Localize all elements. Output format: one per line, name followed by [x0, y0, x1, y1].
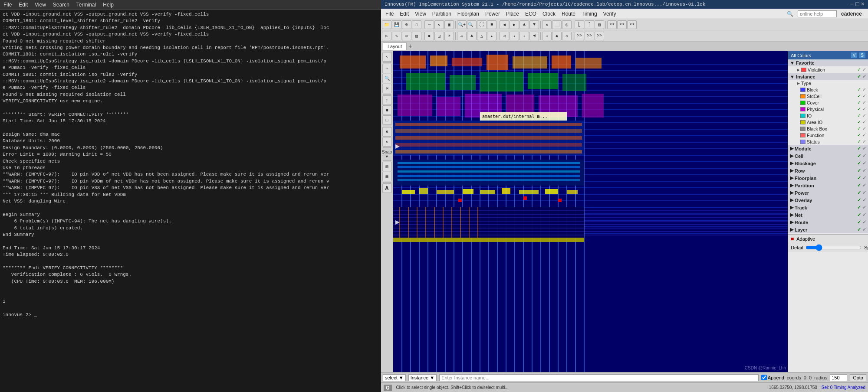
- vt-copy[interactable]: □: [382, 115, 392, 125]
- menu-power[interactable]: Power: [483, 10, 503, 18]
- goto-button[interactable]: Goto: [850, 374, 866, 381]
- section-overlay[interactable]: ▶ Overlay ✓ ✓: [788, 196, 868, 204]
- tb-layer3[interactable]: ☀: [444, 32, 454, 40]
- tb-pan-up[interactable]: ▲: [519, 20, 529, 29]
- append-checkbox[interactable]: [761, 375, 767, 380]
- tb-cell1[interactable]: ▱: [457, 32, 467, 40]
- menu-timing[interactable]: Timing: [579, 10, 600, 18]
- terminal-menu-edit[interactable]: Edit: [15, 2, 31, 8]
- floorplan-v[interactable]: ✓: [857, 175, 861, 181]
- vt-move[interactable]: →: [382, 64, 392, 73]
- vt-create[interactable]: ■: [382, 105, 392, 115]
- tb-select-rect[interactable]: ▣: [444, 20, 454, 29]
- tb-cell3[interactable]: △: [477, 32, 487, 40]
- tb-ruler[interactable]: ⎣: [575, 20, 584, 29]
- stdcell-s[interactable]: ✓: [862, 93, 866, 99]
- section-power[interactable]: ▶ Power ✓ ✓: [788, 189, 868, 196]
- terminal-menu-help[interactable]: Help: [99, 2, 117, 8]
- tb-pointer[interactable]: ↖: [434, 20, 444, 29]
- snap-area[interactable]: Snap ▼: [381, 149, 392, 160]
- area-io-v[interactable]: ✓: [857, 119, 861, 125]
- inst-check-v[interactable]: ✓: [857, 74, 861, 79]
- menu-file[interactable]: File: [383, 10, 396, 18]
- status-s[interactable]: ✓: [862, 139, 866, 144]
- section-cell[interactable]: ▶ Cell ✓ ✓: [788, 152, 868, 160]
- io-v[interactable]: ✓: [857, 113, 861, 118]
- menu-edit[interactable]: Edit: [397, 10, 411, 18]
- vt-rotate[interactable]: ↻: [382, 137, 392, 147]
- tb-more-r[interactable]: >>: [575, 32, 584, 40]
- tb-save[interactable]: 💾: [392, 20, 401, 29]
- function-s[interactable]: ✓: [862, 132, 866, 138]
- q-button[interactable]: Q: [384, 385, 392, 391]
- detail-slider[interactable]: [806, 244, 861, 251]
- tb-zoom-out[interactable]: 🔍-: [467, 20, 477, 29]
- vt-highlight2[interactable]: ▩: [382, 172, 392, 181]
- terminal-menu-terminal[interactable]: Terminal: [73, 2, 99, 8]
- block-s[interactable]: ✓: [862, 87, 866, 92]
- tb-grid[interactable]: ▤: [595, 20, 604, 29]
- select-dropdown[interactable]: select ▼: [383, 374, 406, 381]
- cover-s[interactable]: ✓: [862, 100, 866, 105]
- tb-edit2[interactable]: ✉: [402, 32, 411, 40]
- module-s[interactable]: ✓: [862, 146, 866, 151]
- overlay-v[interactable]: ✓: [857, 197, 861, 203]
- panel-s-btn[interactable]: S: [859, 52, 865, 58]
- search-input[interactable]: [798, 10, 837, 17]
- vt-stretch[interactable]: ↕: [382, 95, 392, 105]
- vt-delete[interactable]: ✖: [382, 127, 392, 137]
- close-icon[interactable]: ×: [861, 1, 865, 8]
- tb-route3[interactable]: ◇: [562, 32, 572, 40]
- tb-net3[interactable]: ◃: [519, 32, 529, 40]
- tab-add-button[interactable]: +: [407, 43, 414, 50]
- tb-redraw[interactable]: ↻: [542, 20, 552, 29]
- section-route[interactable]: ▶ Route ✓ ✓: [788, 219, 868, 226]
- vt-density[interactable]: ▨: [382, 162, 392, 171]
- section-track[interactable]: ▶ Track ✓ ✓: [788, 204, 868, 211]
- menu-eco[interactable]: ECO: [523, 10, 539, 18]
- menu-clock[interactable]: Clock: [540, 10, 558, 18]
- cover-v[interactable]: ✓: [857, 100, 861, 105]
- tb-pan-down[interactable]: ▼: [529, 20, 539, 29]
- power-s[interactable]: ✓: [862, 190, 866, 196]
- inst-check-s[interactable]: ✓: [862, 74, 866, 79]
- status-v[interactable]: ✓: [857, 139, 861, 144]
- layer-v[interactable]: ✓: [857, 227, 861, 232]
- tb-layer2[interactable]: ◿: [434, 32, 444, 40]
- track-s[interactable]: ✓: [862, 205, 866, 210]
- tb-fit[interactable]: ⬜: [552, 20, 562, 29]
- blockage-s[interactable]: ✓: [862, 160, 866, 166]
- cell-v[interactable]: ✓: [857, 153, 861, 159]
- floorplan-s[interactable]: ✓: [862, 175, 866, 181]
- power-v[interactable]: ✓: [857, 190, 861, 196]
- tb-layer1[interactable]: ◾: [424, 32, 434, 40]
- module-v[interactable]: ✓: [857, 146, 861, 151]
- tb-open[interactable]: 📁: [382, 20, 391, 29]
- section-net[interactable]: ▶ Net ✓ ✓: [788, 211, 868, 219]
- net-s[interactable]: ✓: [862, 212, 866, 218]
- menu-floorplan[interactable]: Floorplan: [455, 10, 482, 18]
- tb-more-r3[interactable]: >>: [595, 32, 604, 40]
- route-v[interactable]: ✓: [857, 219, 861, 225]
- tb-zoom-area[interactable]: ■: [487, 20, 496, 29]
- section-module[interactable]: ▶ Module ✓ ✓: [788, 145, 868, 152]
- section-blockage[interactable]: ▶ Blockage ✓ ✓: [788, 160, 868, 167]
- tb-cell4[interactable]: ▴: [487, 32, 496, 40]
- instance-name-input[interactable]: [439, 374, 759, 381]
- tb-select2[interactable]: ▷: [382, 32, 391, 40]
- black-box-s[interactable]: ✓: [862, 126, 866, 131]
- tb-net4[interactable]: ◄: [529, 32, 539, 40]
- block-v[interactable]: ✓: [857, 87, 861, 92]
- tb-edit3[interactable]: ▤: [412, 32, 421, 40]
- radius-input[interactable]: [830, 374, 847, 381]
- tb-more2[interactable]: >>: [617, 20, 627, 29]
- menu-partition[interactable]: Partition: [430, 10, 454, 18]
- violation-check-v[interactable]: ✓: [857, 67, 861, 72]
- section-partition[interactable]: ▶ Partition ✓ ✓: [788, 182, 868, 189]
- function-v[interactable]: ✓: [857, 132, 861, 138]
- black-box-v[interactable]: ✓: [857, 126, 861, 131]
- section-floorplan[interactable]: ▶ Floorplan ✓ ✓: [788, 174, 868, 182]
- partition-v[interactable]: ✓: [857, 183, 861, 188]
- vt-select[interactable]: ↖: [382, 52, 392, 62]
- tb-cursor[interactable]: →: [424, 20, 434, 29]
